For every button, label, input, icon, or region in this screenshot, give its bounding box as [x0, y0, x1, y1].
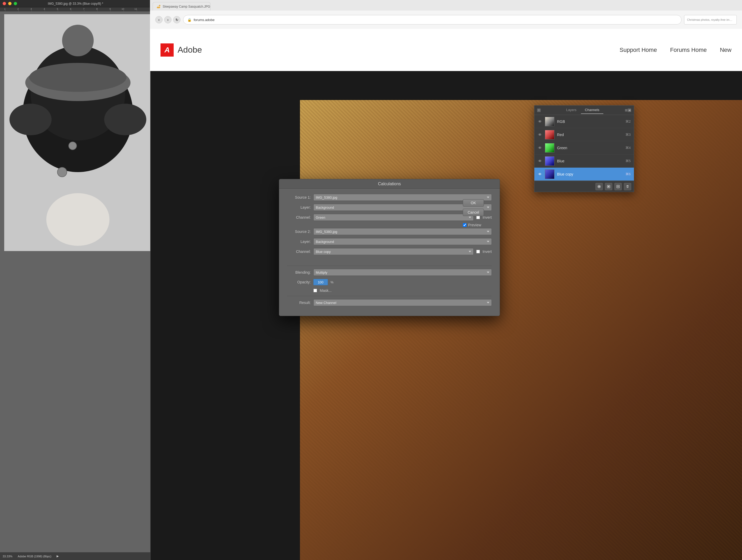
nav-forums-home[interactable]: Forums Home	[670, 47, 707, 53]
channel-thumb-red	[545, 130, 554, 140]
save-selection-button[interactable]	[605, 183, 612, 190]
nav-support-home[interactable]: Support Home	[620, 47, 657, 53]
url-text: forums.adobe	[194, 18, 215, 22]
new-channel-from-mask-button[interactable]	[595, 183, 603, 190]
calc-content-wrapper: OK Cancel Preview Source 1: IMG_5380.jpg…	[287, 194, 492, 306]
calc-buttons: OK Cancel Preview	[463, 199, 484, 227]
adobe-logo-area: A Adobe	[160, 43, 202, 57]
invert1-label: Invert	[483, 215, 492, 219]
source1-label: Source 1:	[287, 195, 311, 200]
channel-shortcut-red: ⌘3	[626, 133, 631, 137]
calc-body: OK Cancel Preview Source 1: IMG_5380.jpg…	[279, 189, 500, 316]
channel-thumb-green	[545, 143, 554, 153]
visibility-icon-rgb[interactable]: 👁	[538, 119, 542, 124]
channel-thumb-rgb	[545, 117, 554, 126]
invert2-label: Invert	[483, 250, 492, 254]
channel-item-bluecopy[interactable]: 👁 Blue copy ⌘6	[534, 168, 634, 181]
channels-footer	[534, 181, 634, 192]
svg-point-52	[598, 186, 600, 187]
tab-layers[interactable]: Layers	[562, 107, 580, 114]
preview-label: Preview	[468, 223, 481, 227]
svg-text:2: 2	[17, 8, 19, 10]
browser-tabs: 🏕 Sleepaway Camp Sasquatch.JPG ×	[150, 0, 742, 10]
result-select[interactable]: New Channel	[313, 299, 492, 306]
browser-url-bar[interactable]: 🔒 forums.adobe	[183, 15, 682, 24]
panel-tabs: Layers Channels	[541, 107, 625, 114]
back-button[interactable]: ‹	[155, 16, 163, 23]
channel-item-blue[interactable]: 👁 Blue ⌘5	[534, 154, 634, 168]
ps-zoom-level: 33.33%	[3, 555, 12, 558]
nav-new[interactable]: New	[720, 47, 732, 53]
mask-label[interactable]: Mask...	[320, 289, 331, 293]
opacity-label: Opacity:	[287, 280, 311, 284]
cancel-button[interactable]: Cancel	[463, 209, 484, 216]
channel-item-rgb[interactable]: 👁 RGB ⌘2	[534, 115, 634, 128]
ps-statusbar: 33.33% Adobe RGB (1998) (8bpc) ▶	[0, 552, 150, 560]
tab-label: Sleepaway Camp Sasquatch.JPG	[163, 5, 210, 8]
svg-point-48	[104, 104, 146, 135]
svg-text:1: 1	[4, 8, 5, 10]
browser-chrome-area: 🏕 Sleepaway Camp Sasquatch.JPG × ‹ › ↻ 🔒…	[150, 0, 742, 71]
channel1-row: Channel: Green Invert	[287, 214, 492, 221]
ps-window-title: IMG_5380.jpg @ 33.3% (Blue copy/8) *	[3, 2, 148, 5]
opacity-input[interactable]: 100	[313, 279, 328, 285]
svg-point-46	[46, 193, 109, 246]
panel-menu-button[interactable]: ≡	[625, 108, 628, 113]
channels-panel: × Layers Channels ≡ ◀ 👁 RGB ⌘2 👁 Red ⌘3 …	[534, 105, 634, 192]
invert2-checkbox[interactable]	[476, 250, 480, 253]
blending-select[interactable]: Multiply	[313, 269, 492, 276]
visibility-icon-green[interactable]: 👁	[538, 146, 542, 150]
channel1-select[interactable]: Green	[313, 214, 474, 221]
adobe-wordmark: Adobe	[177, 45, 202, 55]
calc-titlebar: Calculations	[279, 179, 500, 189]
delete-channel-button[interactable]	[624, 183, 631, 190]
svg-text:10: 10	[121, 8, 124, 10]
tab-channels[interactable]: Channels	[581, 107, 603, 114]
svg-rect-0	[0, 7, 150, 12]
channel-name-bluecopy: Blue copy	[557, 172, 623, 176]
visibility-icon-bluecopy[interactable]: 👁	[538, 172, 542, 176]
search-bar[interactable]: Christmas photos, royalty-free images, g…	[684, 15, 737, 24]
mask-checkbox[interactable]	[313, 289, 317, 292]
svg-text:4: 4	[44, 8, 45, 10]
svg-point-44	[29, 63, 126, 92]
svg-point-47	[9, 104, 52, 135]
channels-panel-header: × Layers Channels ≡ ◀	[534, 106, 634, 115]
ps-arrow-indicator: ▶	[57, 555, 59, 558]
ok-button[interactable]: OK	[463, 199, 484, 207]
svg-text:5: 5	[57, 8, 58, 10]
visibility-icon-blue[interactable]: 👁	[538, 159, 542, 163]
ps-titlebar: IMG_5380.jpg @ 33.3% (Blue copy/8) *	[0, 0, 150, 7]
browser-addressbar: ‹ › ↻ 🔒 forums.adobe Christmas photos, r…	[150, 10, 742, 29]
layer1-row: Layer: Background	[287, 204, 492, 211]
adobe-logo-letter: A	[164, 46, 170, 54]
tab-favicon: 🏕	[157, 4, 160, 9]
source1-row: Source 1: IMG_5380.jpg	[287, 194, 492, 201]
source2-label: Source 2:	[287, 230, 311, 234]
svg-text:7: 7	[83, 8, 85, 10]
refresh-button[interactable]: ↻	[173, 16, 180, 23]
source2-select[interactable]: IMG_5380.jpg	[313, 228, 492, 235]
svg-text:6: 6	[70, 8, 71, 10]
adobe-nav: Support Home Forums Home New	[620, 47, 732, 53]
preview-checkbox-area[interactable]: Preview	[463, 223, 484, 227]
ps-color-profile: Adobe RGB (1998) (8bpc)	[18, 555, 51, 558]
channel-shortcut-blue: ⌘5	[626, 159, 631, 163]
forward-button[interactable]: ›	[164, 16, 171, 23]
channel2-select[interactable]: Blue copy	[313, 248, 474, 255]
layer1-label: Layer:	[287, 205, 311, 209]
browser-tab-sleepaway[interactable]: 🏕 Sleepaway Camp Sasquatch.JPG ×	[153, 2, 211, 10]
channel-name-rgb: RGB	[557, 119, 623, 124]
channel-item-green[interactable]: 👁 Green ⌘4	[534, 141, 634, 154]
visibility-icon-red[interactable]: 👁	[538, 133, 542, 137]
opacity-percent: %	[330, 280, 334, 284]
new-channel-button[interactable]	[615, 183, 622, 190]
source2-row: Source 2: IMG_5380.jpg	[287, 228, 492, 235]
adobe-logo: A	[160, 43, 174, 57]
layer2-select[interactable]: Background	[313, 238, 492, 245]
preview-checkbox[interactable]	[463, 223, 467, 227]
panel-close-button[interactable]: ×	[537, 108, 541, 112]
blending-label: Blending:	[287, 270, 311, 274]
panel-collapse-button[interactable]: ◀	[628, 108, 631, 112]
channel-item-red[interactable]: 👁 Red ⌘3	[534, 128, 634, 141]
